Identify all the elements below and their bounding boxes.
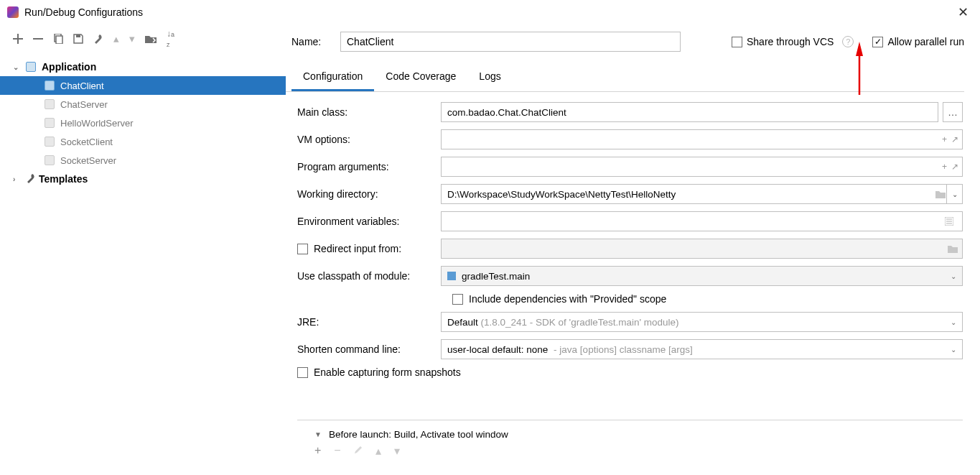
up-button[interactable]: ▴ bbox=[113, 32, 119, 45]
save-button[interactable] bbox=[73, 34, 83, 44]
tree-label: Application bbox=[42, 61, 96, 73]
tree-item-helloworldserver[interactable]: HelloWorldServer bbox=[0, 114, 286, 132]
share-vcs-checkbox[interactable] bbox=[732, 37, 742, 47]
shorten-value: user-local default: none bbox=[447, 344, 548, 355]
expand-plus-icon[interactable]: + bbox=[942, 134, 947, 144]
share-vcs-label: Share through VCS bbox=[747, 36, 834, 47]
run-config-icon bbox=[45, 99, 55, 109]
run-config-icon bbox=[45, 118, 55, 128]
before-launch-section[interactable]: ▼ Before launch: Build, Activate tool wi… bbox=[297, 420, 963, 444]
chevron-down-icon: ⌄ bbox=[951, 318, 956, 326]
tree-label: Templates bbox=[39, 173, 88, 185]
expand-icon[interactable]: ⌄ bbox=[13, 63, 23, 71]
edit-task-button[interactable] bbox=[354, 444, 363, 458]
close-icon[interactable]: ✕ bbox=[953, 4, 973, 20]
title-bar: Run/Debug Configurations ✕ bbox=[0, 0, 980, 24]
module-icon bbox=[447, 272, 456, 280]
svg-rect-0 bbox=[33, 38, 43, 40]
redirect-input-field bbox=[441, 239, 963, 259]
application-icon bbox=[26, 62, 36, 72]
folder-icon[interactable] bbox=[947, 244, 958, 253]
add-button[interactable] bbox=[13, 34, 23, 44]
tab-bar: Configuration Code Coverage Logs bbox=[286, 63, 964, 92]
tree-item-socketserver[interactable]: SocketServer bbox=[0, 151, 286, 170]
env-vars-input[interactable] bbox=[441, 211, 963, 231]
program-args-label: Program arguments: bbox=[297, 161, 441, 172]
app-icon bbox=[7, 6, 19, 18]
working-dir-label: Working directory: bbox=[297, 188, 441, 200]
working-dir-input[interactable] bbox=[442, 185, 935, 203]
config-tree: ⌄ Application ChatClient ChatServer Hell… bbox=[0, 55, 286, 188]
svg-rect-3 bbox=[76, 34, 80, 37]
right-panel: Name: Share through VCS ? Allow parallel… bbox=[286, 24, 980, 475]
expand-icon[interactable]: › bbox=[13, 175, 23, 183]
main-class-label: Main class: bbox=[297, 106, 441, 118]
tab-code-coverage[interactable]: Code Coverage bbox=[374, 63, 467, 91]
folder-icon[interactable] bbox=[935, 185, 946, 203]
include-provided-checkbox[interactable] bbox=[452, 294, 463, 305]
redirect-input-label: Redirect input from: bbox=[314, 243, 401, 254]
expand-plus-icon[interactable]: + bbox=[942, 162, 947, 172]
tree-item-label: ChatServer bbox=[60, 99, 108, 110]
name-input[interactable] bbox=[340, 32, 681, 52]
list-icon[interactable] bbox=[940, 217, 958, 226]
run-config-icon bbox=[45, 137, 55, 147]
configuration-form: Main class: … VM options: + ↗ Program ar bbox=[286, 92, 964, 458]
wrench-icon bbox=[26, 173, 36, 185]
run-config-icon bbox=[45, 80, 55, 91]
tree-item-chatserver[interactable]: ChatServer bbox=[0, 95, 286, 114]
remove-task-button[interactable]: − bbox=[334, 444, 340, 458]
classpath-label: Use classpath of module: bbox=[297, 270, 441, 282]
tab-logs[interactable]: Logs bbox=[467, 63, 512, 91]
config-toolbar: ▴ ▾ ↓az bbox=[0, 24, 286, 55]
include-provided-label: Include dependencies with "Provided" sco… bbox=[469, 293, 666, 305]
help-icon[interactable]: ? bbox=[842, 36, 854, 47]
browse-class-button[interactable]: … bbox=[943, 102, 963, 122]
vm-options-label: VM options: bbox=[297, 134, 441, 145]
folder-move-icon[interactable] bbox=[145, 34, 157, 44]
tree-node-application[interactable]: ⌄ Application bbox=[0, 57, 286, 76]
expand-arrow-icon[interactable]: ↗ bbox=[951, 134, 958, 144]
tree-item-chatclient[interactable]: ChatClient bbox=[0, 76, 286, 95]
add-task-button[interactable]: + bbox=[314, 444, 321, 458]
redirect-input-checkbox[interactable] bbox=[297, 244, 308, 254]
up-task-button[interactable]: ▴ bbox=[375, 444, 381, 458]
dropdown-icon[interactable]: ⌄ bbox=[946, 185, 962, 203]
chevron-down-icon: ⌄ bbox=[951, 272, 956, 280]
allow-parallel-label: Allow parallel run bbox=[887, 36, 964, 47]
down-button[interactable]: ▾ bbox=[129, 32, 135, 45]
main-class-input[interactable] bbox=[441, 102, 938, 122]
classpath-value: gradleTest.main bbox=[462, 271, 530, 282]
tree-item-label: ChatClient bbox=[60, 80, 104, 91]
shorten-combo[interactable]: user-local default: none - java [options… bbox=[441, 339, 963, 359]
svg-rect-2 bbox=[56, 36, 62, 44]
jre-label: JRE: bbox=[297, 316, 441, 328]
run-config-icon bbox=[45, 155, 55, 165]
tab-configuration[interactable]: Configuration bbox=[291, 63, 374, 91]
shorten-label: Shorten command line: bbox=[297, 343, 441, 355]
enable-snapshots-checkbox[interactable] bbox=[297, 367, 308, 378]
expand-arrow-icon[interactable]: ↗ bbox=[951, 162, 958, 172]
tree-item-socketclient[interactable]: SocketClient bbox=[0, 132, 286, 151]
tree-item-label: SocketClient bbox=[60, 137, 113, 147]
collapse-icon[interactable]: ▼ bbox=[314, 430, 322, 438]
tree-node-templates[interactable]: › Templates bbox=[0, 170, 286, 188]
remove-button[interactable] bbox=[33, 34, 43, 44]
before-launch-label: Before launch: Build, Activate tool wind… bbox=[329, 429, 508, 440]
program-args-input[interactable] bbox=[441, 157, 963, 177]
env-vars-label: Environment variables: bbox=[297, 216, 441, 227]
shorten-hint: - java [options] classname [args] bbox=[554, 344, 693, 355]
chevron-down-icon: ⌄ bbox=[951, 346, 956, 354]
wrench-icon[interactable] bbox=[93, 34, 103, 44]
copy-button[interactable] bbox=[53, 34, 63, 44]
name-label: Name: bbox=[291, 36, 329, 47]
vm-options-input[interactable] bbox=[441, 129, 963, 149]
sort-button[interactable]: ↓az bbox=[167, 29, 174, 49]
classpath-combo[interactable]: gradleTest.main ⌄ bbox=[441, 266, 963, 286]
allow-parallel-checkbox[interactable] bbox=[872, 37, 883, 47]
jre-combo[interactable]: Default (1.8.0_241 - SDK of 'gradleTest.… bbox=[441, 312, 963, 332]
tree-item-label: SocketServer bbox=[60, 155, 116, 166]
down-task-button[interactable]: ▾ bbox=[394, 444, 400, 458]
window-title: Run/Debug Configurations bbox=[24, 6, 143, 18]
enable-snapshots-label: Enable capturing form snapshots bbox=[314, 366, 461, 378]
